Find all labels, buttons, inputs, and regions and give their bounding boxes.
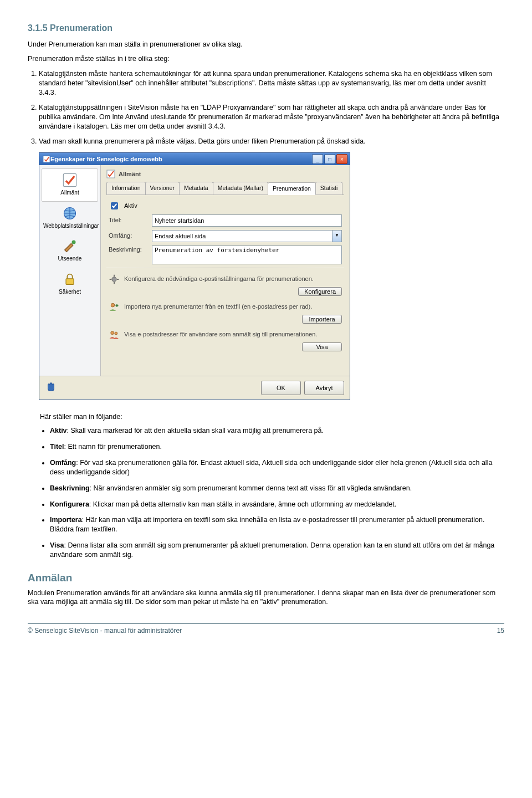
list-item: Aktiv: Skall vara markerad för att den a… [50, 426, 504, 436]
check-icon-small [106, 170, 115, 178]
tab-statistik[interactable]: Statisti [315, 182, 343, 194]
subsection-body: Modulen Prenumeration används för att an… [28, 589, 504, 607]
svg-point-3 [72, 241, 76, 244]
cancel-button[interactable]: Avbryt [304, 381, 344, 395]
list-item: Beskrivning: När användaren anmäler sig … [50, 484, 504, 493]
tab-prenumeration[interactable]: Prenumeration [268, 182, 316, 195]
sidebar-item-allmant[interactable]: Allmänt [42, 168, 98, 202]
titlebar: Egenskaper för Senselogic demowebb _ □ × [39, 153, 350, 165]
page-footer: © Senselogic SiteVision - manual för adm… [28, 626, 504, 635]
lock-icon [62, 272, 78, 287]
sidebar-item-label: Utseende [43, 255, 96, 263]
section-title: Prenumeration [50, 23, 112, 33]
panel-heading: Allmänt [106, 170, 344, 178]
footer-copyright: © Senselogic SiteVision - manual för adm… [28, 626, 182, 635]
beskrivning-row: Beskrivning: Prenumeration av försteside… [109, 245, 342, 264]
globe-icon [62, 206, 78, 221]
footer-page-number: 15 [497, 626, 504, 635]
brush-icon [62, 238, 78, 254]
tab-information[interactable]: Information [106, 182, 146, 194]
aktiv-checkbox[interactable] [111, 202, 118, 209]
divider [106, 268, 344, 268]
konfigurera-button[interactable]: Konfigurera [298, 287, 342, 296]
intro-line-2: Prenumeration måste ställas in i tre oli… [28, 54, 504, 64]
visa-text: Visa e-postadresser för användare som an… [124, 330, 342, 339]
list-item: Konfigurera: Klickar man på detta altern… [50, 500, 504, 509]
importera-row: Importera nya prenumeranter från en text… [109, 301, 342, 313]
titel-input[interactable] [152, 214, 342, 227]
app-icon [43, 155, 50, 163]
svg-rect-1 [63, 174, 76, 187]
beskrivning-label: Beskrivning: [109, 245, 147, 254]
dialog-sidebar: Allmänt Webbplatsinställningar Utseende … [39, 165, 101, 376]
minimize-button[interactable]: _ [312, 154, 323, 164]
section-number: 3.1.5 [28, 23, 48, 33]
svg-rect-0 [43, 156, 50, 162]
omfang-label: Omfång: [109, 232, 147, 240]
omfang-row: Omfång: ▼ [109, 230, 342, 242]
svg-point-11 [111, 303, 115, 307]
konfigurera-row: Konfigurera de nödvändiga e-postinställn… [109, 274, 342, 285]
sidebar-item-sakerhet[interactable]: Säkerhet [42, 268, 98, 301]
titel-label: Titel: [109, 216, 147, 224]
section-heading: 3.1.5 Prenumeration [28, 22, 504, 34]
maximize-button[interactable]: □ [324, 154, 335, 164]
step-item: Vad man skall kunna prenumerera på måste… [39, 137, 504, 146]
sidebar-item-label: Allmänt [43, 189, 96, 197]
dialog-footer: OK Avbryt [39, 376, 350, 400]
svg-point-6 [112, 277, 116, 281]
tab-strip: Information Versioner Metadata Metadata … [106, 182, 344, 195]
sidebar-item-label: Webbplatsinställningar [43, 222, 96, 230]
visa-button[interactable]: Visa [302, 342, 342, 351]
step-item: Katalogtjänsten måste hantera schemautök… [39, 69, 504, 98]
settings-intro: Här ställer man in följande: [40, 412, 504, 422]
tab-versioner[interactable]: Versioner [145, 182, 180, 194]
svg-point-12 [111, 331, 114, 334]
visa-row: Visa e-postadresser för användare som an… [109, 329, 342, 340]
chevron-down-icon[interactable]: ▼ [332, 230, 342, 242]
importera-button[interactable]: Importera [302, 315, 342, 324]
intro-line-1: Under Prenumeration kan man ställa in pr… [28, 40, 504, 49]
close-button[interactable]: × [336, 154, 347, 164]
list-item: Importera: Här kan man välja att importe… [50, 515, 504, 534]
dialog-window: Egenskaper för Senselogic demowebb _ □ ×… [39, 152, 350, 400]
sidebar-item-webbplats[interactable]: Webbplatsinställningar [42, 202, 98, 235]
dialog-main: Allmänt Information Versioner Metadata M… [101, 165, 350, 376]
subsection-heading: Anmälan [28, 571, 504, 585]
users-icon [109, 329, 120, 340]
konfigurera-text: Konfigurera de nödvändiga e-postinställn… [124, 275, 342, 283]
settings-list: Aktiv: Skall vara markerad för att den a… [28, 426, 504, 560]
footer-divider [28, 623, 504, 624]
aktiv-label: Aktiv [124, 202, 137, 210]
aktiv-row: Aktiv [109, 201, 342, 211]
window-title: Egenskaper för Senselogic demowebb [50, 155, 311, 163]
check-icon [62, 172, 78, 188]
omfang-select[interactable] [152, 230, 332, 242]
tab-metadata[interactable]: Metadata [179, 182, 213, 194]
list-item: Titel: Ett namn för prenumerationen. [50, 442, 504, 452]
svg-point-13 [115, 332, 117, 335]
sidebar-item-utseende[interactable]: Utseende [42, 234, 98, 268]
list-item: Visa: Denna listar alla som anmält sig s… [50, 541, 504, 560]
ok-button[interactable]: OK [261, 381, 301, 395]
gear-icon [109, 274, 120, 285]
beskrivning-textarea[interactable]: Prenumeration av förstesidenyheter [152, 245, 342, 264]
list-item: Omfång: För vad ska prenumerationen gäll… [50, 458, 504, 477]
sidebar-item-label: Säkerhet [43, 288, 96, 296]
tab-metadata-mallar[interactable]: Metadata (Mallar) [213, 182, 268, 194]
titel-row: Titel: [109, 214, 342, 227]
steps-list: Katalogtjänsten måste hantera schemautök… [28, 69, 504, 146]
user-plus-icon [109, 301, 120, 313]
svg-rect-4 [66, 279, 74, 284]
step-item: Katalogtjänstuppsättningen i SiteVision … [39, 103, 504, 131]
hand-icon [45, 381, 57, 395]
importera-text: Importera nya prenumeranter från en text… [124, 303, 342, 311]
